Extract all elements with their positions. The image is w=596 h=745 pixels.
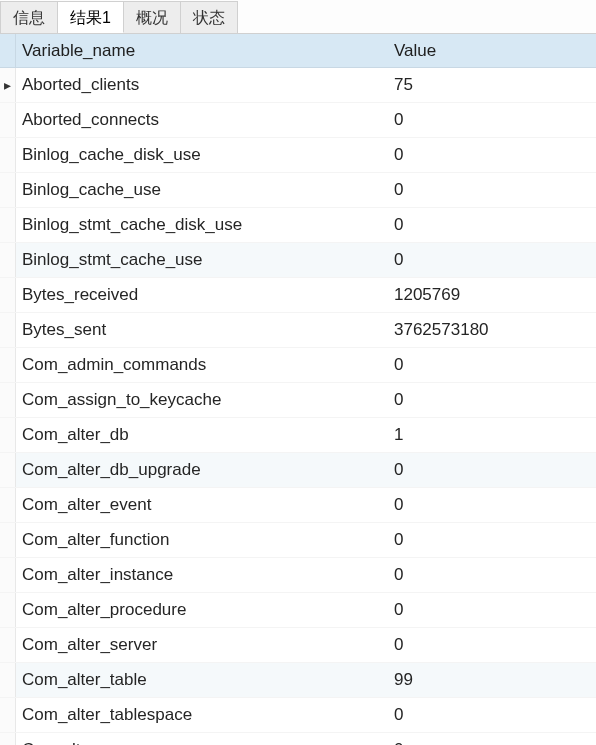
row-indicator bbox=[0, 173, 16, 207]
cell-variable-name: Binlog_cache_use bbox=[16, 180, 388, 200]
table-row[interactable]: Binlog_stmt_cache_use0 bbox=[0, 243, 596, 278]
table-row[interactable]: Aborted_connects0 bbox=[0, 103, 596, 138]
table-row[interactable]: Com_alter_tablespace0 bbox=[0, 698, 596, 733]
column-header-value[interactable]: Value bbox=[388, 41, 596, 61]
cell-variable-name: Com_admin_commands bbox=[16, 355, 388, 375]
cell-variable-name: Com_alter_db_upgrade bbox=[16, 460, 388, 480]
cell-value: 0 bbox=[388, 530, 596, 550]
tab-bar: 信息结果1概况状态 bbox=[0, 0, 596, 34]
table-row[interactable]: Com_alter_server0 bbox=[0, 628, 596, 663]
row-indicator bbox=[0, 138, 16, 172]
row-indicator bbox=[0, 558, 16, 592]
cell-value: 0 bbox=[388, 495, 596, 515]
cell-variable-name: Binlog_stmt_cache_disk_use bbox=[16, 215, 388, 235]
row-indicator bbox=[0, 348, 16, 382]
table-row[interactable]: Com_alter_event0 bbox=[0, 488, 596, 523]
row-indicator bbox=[0, 278, 16, 312]
table-row[interactable]: Bytes_received1205769 bbox=[0, 278, 596, 313]
cell-variable-name: Com_alter_function bbox=[16, 530, 388, 550]
grid-header-row: Variable_name Value bbox=[0, 34, 596, 68]
table-row[interactable]: Com_alter_instance0 bbox=[0, 558, 596, 593]
cell-variable-name: Com_assign_to_keycache bbox=[16, 390, 388, 410]
table-row[interactable]: Com_assign_to_keycache0 bbox=[0, 383, 596, 418]
cell-variable-name: Binlog_stmt_cache_use bbox=[16, 250, 388, 270]
cell-value: 0 bbox=[388, 740, 596, 745]
cell-value: 0 bbox=[388, 705, 596, 725]
table-row[interactable]: Com_alter_db_upgrade0 bbox=[0, 453, 596, 488]
table-row[interactable]: Com_admin_commands0 bbox=[0, 348, 596, 383]
cell-variable-name: Com_alter_instance bbox=[16, 565, 388, 585]
table-row[interactable]: Com_alter_procedure0 bbox=[0, 593, 596, 628]
row-indicator bbox=[0, 418, 16, 452]
row-indicator bbox=[0, 663, 16, 697]
table-row[interactable]: Binlog_stmt_cache_disk_use0 bbox=[0, 208, 596, 243]
cell-value: 0 bbox=[388, 215, 596, 235]
row-indicator bbox=[0, 628, 16, 662]
tab-3[interactable]: 状态 bbox=[181, 1, 238, 33]
cell-value: 0 bbox=[388, 600, 596, 620]
tab-0[interactable]: 信息 bbox=[0, 1, 58, 33]
cell-variable-name: Com_alter_server bbox=[16, 635, 388, 655]
row-indicator bbox=[0, 383, 16, 417]
cell-value: 0 bbox=[388, 180, 596, 200]
row-indicator bbox=[0, 208, 16, 242]
cell-value: 1205769 bbox=[388, 285, 596, 305]
cell-value: 3762573180 bbox=[388, 320, 596, 340]
cell-value: 0 bbox=[388, 110, 596, 130]
table-row[interactable]: Bytes_sent3762573180 bbox=[0, 313, 596, 348]
cell-variable-name: Com_alter_event bbox=[16, 495, 388, 515]
cell-variable-name: Com_alter_table bbox=[16, 670, 388, 690]
table-row[interactable]: Com_alter_table99 bbox=[0, 663, 596, 698]
row-indicator bbox=[0, 523, 16, 557]
cell-value: 99 bbox=[388, 670, 596, 690]
cell-value: 0 bbox=[388, 390, 596, 410]
cell-variable-name: Binlog_cache_disk_use bbox=[16, 145, 388, 165]
tab-2[interactable]: 概况 bbox=[124, 1, 181, 33]
cell-value: 0 bbox=[388, 635, 596, 655]
table-row[interactable]: ▸Aborted_clients75 bbox=[0, 68, 596, 103]
row-indicator bbox=[0, 243, 16, 277]
row-indicator bbox=[0, 103, 16, 137]
tab-1[interactable]: 结果1 bbox=[58, 1, 124, 33]
cell-value: 0 bbox=[388, 460, 596, 480]
cell-variable-name: Com alter user bbox=[16, 740, 388, 745]
cell-value: 0 bbox=[388, 250, 596, 270]
cell-variable-name: Com_alter_db bbox=[16, 425, 388, 445]
grid-body: ▸Aborted_clients75Aborted_connects0Binlo… bbox=[0, 68, 596, 745]
cell-value: 0 bbox=[388, 565, 596, 585]
cell-variable-name: Bytes_sent bbox=[16, 320, 388, 340]
table-row[interactable]: Binlog_cache_use0 bbox=[0, 173, 596, 208]
row-indicator bbox=[0, 453, 16, 487]
header-gutter bbox=[0, 34, 16, 67]
results-grid: Variable_name Value ▸Aborted_clients75Ab… bbox=[0, 34, 596, 745]
table-row[interactable]: Binlog_cache_disk_use0 bbox=[0, 138, 596, 173]
table-row[interactable]: Com_alter_function0 bbox=[0, 523, 596, 558]
table-row[interactable]: Com alter user0 bbox=[0, 733, 596, 745]
cell-value: 1 bbox=[388, 425, 596, 445]
cell-value: 75 bbox=[388, 75, 596, 95]
cell-variable-name: Com_alter_tablespace bbox=[16, 705, 388, 725]
cell-variable-name: Aborted_connects bbox=[16, 110, 388, 130]
table-row[interactable]: Com_alter_db1 bbox=[0, 418, 596, 453]
row-indicator bbox=[0, 593, 16, 627]
column-header-name[interactable]: Variable_name bbox=[16, 41, 388, 61]
row-indicator bbox=[0, 698, 16, 732]
row-indicator bbox=[0, 313, 16, 347]
cell-variable-name: Com_alter_procedure bbox=[16, 600, 388, 620]
cell-variable-name: Bytes_received bbox=[16, 285, 388, 305]
cell-variable-name: Aborted_clients bbox=[16, 75, 388, 95]
cell-value: 0 bbox=[388, 355, 596, 375]
row-indicator: ▸ bbox=[0, 68, 16, 102]
cell-value: 0 bbox=[388, 145, 596, 165]
row-indicator bbox=[0, 733, 16, 745]
row-indicator bbox=[0, 488, 16, 522]
